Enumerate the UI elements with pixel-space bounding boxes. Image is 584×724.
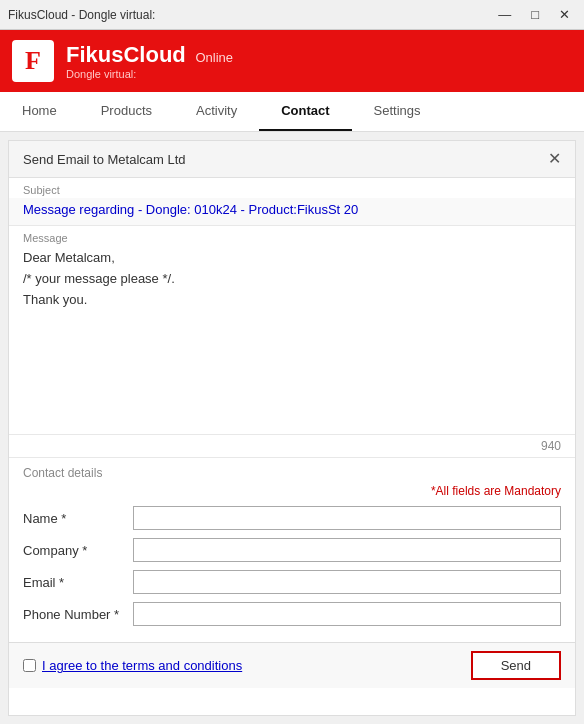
terms-checkbox[interactable]: [23, 659, 36, 672]
mandatory-note: *All fields are Mandatory: [23, 484, 561, 498]
form-title: Send Email to Metalcam Ltd: [23, 152, 186, 167]
brand-bar: F FikusCloud Online Dongle virtual:: [0, 30, 584, 92]
window-title: FikusCloud - Dongle virtual:: [8, 8, 155, 22]
terms-link[interactable]: I agree to the terms and conditions: [42, 658, 242, 673]
send-button[interactable]: Send: [471, 651, 561, 680]
brand-text: FikusCloud Online Dongle virtual:: [66, 42, 233, 80]
brand-logo: F: [12, 40, 54, 82]
message-body[interactable]: Dear Metalcam, /* your message please */…: [23, 248, 561, 430]
form-header: Send Email to Metalcam Ltd ✕: [9, 141, 575, 178]
company-input[interactable]: [133, 538, 561, 562]
email-input[interactable]: [133, 570, 561, 594]
message-label: Message: [23, 232, 561, 244]
brand-status: Online: [195, 50, 233, 65]
contact-section-title: Contact details: [23, 466, 561, 480]
char-count: 940: [9, 435, 575, 458]
nav-contact[interactable]: Contact: [259, 92, 351, 131]
phone-label: Phone Number *: [23, 607, 133, 622]
maximize-button[interactable]: □: [525, 5, 545, 24]
close-button[interactable]: ✕: [553, 5, 576, 24]
company-label: Company *: [23, 543, 133, 558]
name-label: Name *: [23, 511, 133, 526]
email-row: Email *: [23, 570, 561, 594]
company-row: Company *: [23, 538, 561, 562]
form-close-button[interactable]: ✕: [548, 151, 561, 167]
subject-value: Message regarding - Dongle: 010k24 - Pro…: [9, 198, 575, 226]
content-panel: Send Email to Metalcam Ltd ✕ Subject Mes…: [8, 140, 576, 716]
window-controls: — □ ✕: [492, 5, 576, 24]
message-line1: Dear Metalcam,: [23, 248, 561, 269]
name-input[interactable]: [133, 506, 561, 530]
subject-product: FikusSt 20: [297, 202, 358, 217]
nav-home[interactable]: Home: [0, 92, 79, 131]
brand-name: FikusCloud Online: [66, 42, 233, 68]
subject-label: Subject: [9, 178, 575, 198]
name-row: Name *: [23, 506, 561, 530]
email-label: Email *: [23, 575, 133, 590]
contact-section: Contact details *All fields are Mandator…: [9, 458, 575, 642]
message-line2: /* your message please */.: [23, 269, 561, 290]
logo-letter: F: [25, 46, 41, 76]
title-bar: FikusCloud - Dongle virtual: — □ ✕: [0, 0, 584, 30]
message-section: Message Dear Metalcam, /* your message p…: [9, 226, 575, 435]
nav-products[interactable]: Products: [79, 92, 174, 131]
form-footer: I agree to the terms and conditions Send: [9, 642, 575, 688]
nav-bar: Home Products Activity Contact Settings: [0, 92, 584, 132]
phone-row: Phone Number *: [23, 602, 561, 626]
nav-settings[interactable]: Settings: [352, 92, 443, 131]
terms-row: I agree to the terms and conditions: [23, 658, 242, 673]
phone-input[interactable]: [133, 602, 561, 626]
message-line3: Thank you.: [23, 290, 561, 311]
brand-subtitle: Dongle virtual:: [66, 68, 233, 80]
minimize-button[interactable]: —: [492, 5, 517, 24]
subject-prefix: Message regarding - Dongle: 010k24 - Pro…: [23, 202, 297, 217]
nav-activity[interactable]: Activity: [174, 92, 259, 131]
brand-name-text: FikusCloud: [66, 42, 186, 67]
